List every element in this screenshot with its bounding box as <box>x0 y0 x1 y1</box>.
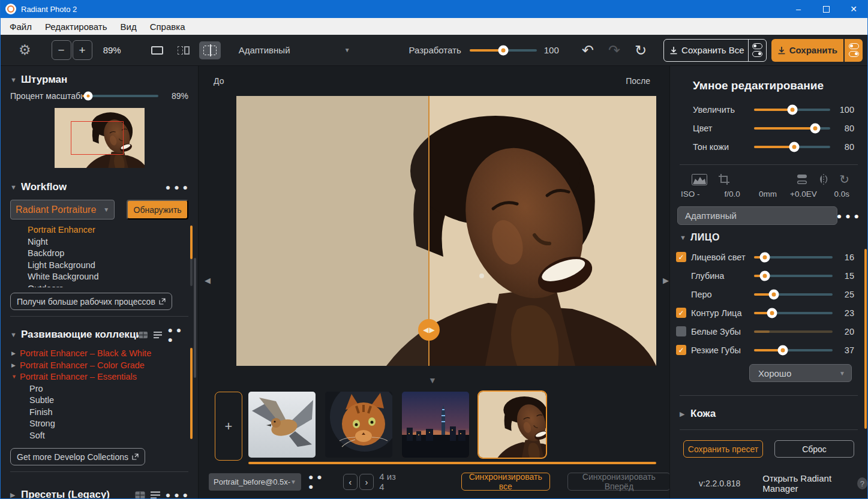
workflow-section-header[interactable]: ▼ Workflow ● ● ● <box>1 181 198 193</box>
reset-button[interactable]: Сброс <box>774 440 854 458</box>
collapse-triangle-icon[interactable]: ▼ <box>11 371 20 383</box>
get-more-workflows-button[interactable]: Получи больше рабочих процессов <box>10 293 172 310</box>
workflow-item[interactable]: Portrait Enhancer <box>1 224 198 236</box>
navigator-crop-rectangle[interactable] <box>71 121 124 155</box>
collection-group-expanded[interactable]: ▼ Portrait Enhancer – Essentials <box>1 371 198 383</box>
white-teeth-checkbox[interactable] <box>676 326 686 336</box>
open-radiant-manager-link[interactable]: Открыть Radiant Manager <box>762 473 854 494</box>
right-panel-scrollbar[interactable] <box>864 249 867 429</box>
thumbnail-cat[interactable] <box>325 392 392 458</box>
left-panel-scrollbar[interactable] <box>194 258 196 378</box>
preset-name-input[interactable]: Адаптивный ● ● ● <box>677 206 837 225</box>
collections-section-header[interactable]: ▼ Развивающие коллекции ● ● ● <box>1 325 198 344</box>
workflow-item[interactable]: White Background <box>1 271 198 283</box>
face-contour-slider[interactable] <box>754 312 833 314</box>
flip-vertical-icon[interactable] <box>796 174 808 185</box>
help-icon[interactable]: ? <box>857 477 867 489</box>
navigator-section-header[interactable]: ▼ Штурман <box>1 74 198 86</box>
face-section-header[interactable]: ▼ ЛИЦО <box>670 232 867 243</box>
develop-slider[interactable] <box>470 49 537 52</box>
workflow-menu-icon[interactable]: ● ● ● <box>166 182 188 192</box>
presets-menu-icon[interactable]: ● ● ● <box>166 490 188 498</box>
close-button[interactable]: ✕ <box>840 0 867 18</box>
view-side-by-side-button[interactable] <box>173 41 194 59</box>
collection-group[interactable]: ▶ Portrait Enhancer – Black & White <box>1 348 198 360</box>
collection-preset[interactable]: Strong <box>1 418 198 430</box>
thumbnail-bird[interactable] <box>248 392 316 458</box>
save-all-options-toggle[interactable] <box>749 43 766 57</box>
menu-file[interactable]: Файл <box>3 22 38 32</box>
workflow-item[interactable]: Backdrop <box>1 248 198 260</box>
before-after-viewer[interactable]: ◀▶ <box>236 96 656 366</box>
collection-preset[interactable]: Soft <box>1 430 198 442</box>
skin-section-header[interactable]: ▶ Кожа <box>670 408 867 420</box>
collection-preset[interactable]: Finish <box>1 407 198 419</box>
feather-slider[interactable] <box>754 293 833 296</box>
minimize-button[interactable]: – <box>785 0 812 18</box>
collection-preset[interactable]: Subtle <box>1 395 198 407</box>
face-contour-checkbox[interactable]: ✓ <box>676 308 686 318</box>
filename-dropdown[interactable]: Portrait_before@0.5x- ▼ <box>209 473 301 491</box>
sync-forward-button[interactable]: Синхронизировать Вперёд <box>567 473 671 491</box>
sharp-lips-checkbox[interactable]: ✓ <box>676 345 686 355</box>
thumbnail-portrait-selected[interactable] <box>479 392 546 458</box>
add-image-button[interactable]: + <box>215 392 242 461</box>
depth-slider[interactable] <box>754 275 833 277</box>
expand-triangle-icon[interactable]: ▶ <box>11 360 20 372</box>
list-view-icon[interactable] <box>154 331 163 339</box>
list-view-icon[interactable] <box>151 491 160 499</box>
quality-dropdown[interactable]: Хорошо ▼ <box>749 364 852 382</box>
next-image-button[interactable]: › <box>359 474 374 490</box>
file-options-menu-icon[interactable]: ● ● ● <box>308 472 330 491</box>
flip-horizontal-icon[interactable] <box>818 174 830 185</box>
histogram-icon[interactable] <box>692 174 707 185</box>
workflow-scrollbar[interactable] <box>190 226 193 286</box>
save-options-toggle[interactable] <box>845 39 863 62</box>
save-button[interactable]: Сохранить <box>771 39 843 62</box>
workflow-preset-dropdown[interactable]: Radiant Portraiture ▼ <box>10 200 115 220</box>
white-teeth-slider[interactable] <box>754 330 833 333</box>
crop-icon[interactable] <box>718 173 730 185</box>
maximize-button[interactable] <box>812 0 840 18</box>
previous-image-button[interactable]: ‹ <box>343 474 358 490</box>
save-all-button[interactable]: Сохранить Все <box>663 39 767 62</box>
collection-preset[interactable]: Pro <box>1 383 198 395</box>
collapse-left-panel-icon[interactable]: ◀ <box>205 276 211 285</box>
detect-button[interactable]: Обнаружить <box>127 200 188 220</box>
settings-gear-icon[interactable]: ⚙ <box>19 42 31 58</box>
collections-scrollbar[interactable] <box>190 348 193 439</box>
face-light-checkbox[interactable]: ✓ <box>676 252 686 262</box>
get-more-collections-button[interactable]: Get more Develop Collections <box>10 448 145 465</box>
color-slider[interactable] <box>754 127 830 130</box>
reset-rotate-icon[interactable]: ↻ <box>635 43 647 58</box>
thumbnail-city[interactable] <box>402 392 469 458</box>
face-light-slider[interactable] <box>754 256 833 258</box>
workflow-item[interactable]: Light Background <box>1 260 198 272</box>
amount-slider[interactable] <box>754 109 830 111</box>
collapse-filmstrip-icon[interactable]: ▼ <box>428 375 437 385</box>
menu-edit[interactable]: Редактировать <box>38 22 114 32</box>
filmstrip-scrollbar[interactable] <box>248 462 656 464</box>
grid-view-icon[interactable] <box>135 491 145 499</box>
split-divider-handle[interactable]: ◀▶ <box>418 319 440 341</box>
view-split-button[interactable] <box>199 41 221 59</box>
menu-view[interactable]: Вид <box>114 22 143 32</box>
save-preset-button[interactable]: Сохранить пресет <box>683 440 763 458</box>
collapse-right-panel-icon[interactable]: ▶ <box>663 276 669 285</box>
redo-icon[interactable]: ↷ <box>608 43 620 58</box>
workflow-item[interactable]: Night <box>1 236 198 248</box>
zoom-out-button[interactable]: − <box>52 40 71 60</box>
workflow-item[interactable]: Outdoors <box>1 283 198 288</box>
sync-all-button[interactable]: Синхронизировать все <box>461 473 550 491</box>
collections-menu-icon[interactable]: ● ● ● <box>167 325 188 344</box>
skin-tone-slider[interactable] <box>754 146 830 148</box>
rotate-icon[interactable]: ↻ <box>839 173 849 185</box>
grid-view-icon[interactable] <box>139 331 148 339</box>
preset-options-menu-icon[interactable]: ● ● ● <box>837 211 860 221</box>
zoom-in-button[interactable]: + <box>73 40 92 60</box>
view-single-button[interactable] <box>146 41 168 59</box>
undo-icon[interactable]: ↶ <box>582 43 594 58</box>
navigator-preview[interactable] <box>55 108 145 168</box>
navigator-zoom-slider[interactable] <box>82 95 158 97</box>
expand-triangle-icon[interactable]: ▶ <box>11 348 20 360</box>
